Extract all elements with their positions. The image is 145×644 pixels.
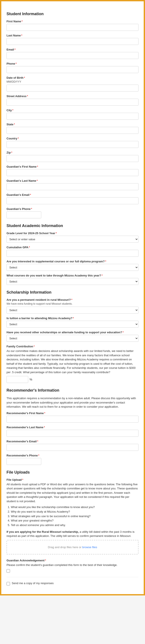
courses-field: What courses do you want to take through… (7, 274, 138, 285)
supplemental-courses-select[interactable]: Select (7, 264, 138, 271)
email-input[interactable] (7, 52, 138, 59)
dob-field: Date of Birth* MM/DD/YYY (7, 76, 138, 92)
rural-missouri-helper: We have extra funding to support rural M… (7, 302, 138, 305)
zip-field: Zip* (7, 151, 138, 162)
browse-files-link[interactable]: browse files (82, 546, 97, 549)
guardian-first-field: Guardian's First Name* (7, 165, 138, 176)
tuition-barrier-field: Is tuition a barrier to attending Mizzou… (7, 316, 138, 328)
other-scholarships-label: Have you received other scholarships or … (7, 331, 138, 334)
city-label: City* (7, 109, 138, 112)
recommender-title: Recommender's Information (7, 388, 138, 393)
email-label: Email* (7, 48, 138, 51)
upload-dropzone[interactable]: Drag and drop files here or browse files (7, 540, 138, 554)
send-copy-checkbox[interactable] (7, 582, 10, 586)
bottom-divider (7, 577, 138, 577)
scholarship-title: Scholarship Information (7, 290, 138, 295)
drag-drop-text: Drag and drop files here or (48, 546, 82, 549)
grade-level-field: Grade Level for 2024-25 School Year* Sel… (7, 232, 138, 243)
supplemental-courses-field: Are you interested in supplemental cours… (7, 260, 138, 271)
courses-select[interactable]: Select (7, 278, 138, 285)
state-label: State* (7, 123, 138, 126)
street-address-field: Street Address* (7, 94, 138, 106)
question-1: What would you like the scholarship comm… (11, 505, 138, 510)
email-field: Email* (7, 48, 138, 59)
grade-level-select[interactable]: Select or enter value (7, 236, 138, 243)
guardian-ack-checkbox-wrapper (7, 569, 138, 573)
file-uploads-title: File Uploads (7, 470, 138, 475)
courses-label: What courses do you want to take through… (7, 274, 138, 277)
rec-first-input[interactable] (7, 416, 138, 422)
rec-email-field: Recommender's Email* (7, 440, 138, 451)
family-contribution-description: As our committee makes decisions about s… (7, 349, 138, 374)
rural-missouri-label: Are you a permanent resident in rural Mi… (7, 298, 138, 302)
cumulative-gpa-label: Cumulative GPA* (7, 246, 138, 249)
country-field: Country* (7, 137, 138, 148)
rural-note: If you are applying for the Rural Missou… (7, 530, 138, 538)
country-label: Country* (7, 137, 138, 140)
family-contribution-label: Family Contribution* (7, 345, 138, 348)
other-scholarships-field: Have you received other scholarships or … (7, 331, 138, 342)
rural-missouri-select[interactable]: Select (7, 306, 138, 314)
guardian-phone-field: Guardian's Phone* (7, 207, 138, 218)
send-copy-label: Send me a copy of my responses (12, 582, 54, 585)
state-input[interactable] (7, 127, 138, 134)
guardian-first-label: Guardian's First Name* (7, 165, 138, 168)
guardian-email-field: Guardian's Email* (7, 193, 138, 204)
last-name-input[interactable] (7, 38, 138, 45)
send-copy-wrapper: Send me a copy of my responses (7, 582, 138, 586)
last-name-label: Last Name* (7, 34, 138, 37)
rec-first-label: Recommender's First Name* (7, 412, 138, 415)
question-3: What strategies will you use to be succe… (11, 514, 138, 519)
city-input[interactable] (7, 113, 138, 120)
dob-input[interactable] (7, 84, 138, 92)
guardian-email-input[interactable] (7, 197, 138, 204)
question-4: What are your greatest strengths? (11, 518, 138, 523)
rec-phone-input[interactable] (7, 458, 41, 465)
last-name-field: Last Name* (7, 34, 138, 45)
rec-phone-label: Recommender's Phone* (7, 454, 138, 457)
rec-email-label: Recommender's Email* (7, 440, 138, 443)
country-input[interactable] (7, 141, 138, 148)
tuition-barrier-select[interactable]: Select (7, 321, 138, 328)
state-field: State* (7, 123, 138, 134)
cumulative-gpa-input[interactable] (7, 250, 138, 257)
guardian-phone-input[interactable] (7, 212, 41, 218)
guardian-last-input[interactable] (7, 183, 138, 190)
street-address-input[interactable] (7, 99, 138, 106)
guardian-ack-label: Guardian Acknowledgement* (7, 559, 138, 562)
guardian-last-label: Guardian's Last Name* (7, 179, 138, 182)
percent-symbol: % (30, 378, 32, 381)
rec-last-label: Recommender's Last Name* (7, 426, 138, 429)
grade-level-label: Grade Level for 2024-25 School Year* (7, 232, 138, 235)
guardian-ack-checkbox[interactable] (7, 569, 10, 573)
guardian-ack-field: Guardian Acknowledgement* Please confirm… (7, 559, 138, 573)
phone-input[interactable] (7, 66, 138, 73)
zip-input[interactable] (7, 155, 138, 162)
rec-email-input[interactable] (7, 444, 138, 451)
other-scholarships-select[interactable]: Select (7, 335, 138, 342)
family-contribution-field: Family Contribution* As our committee ma… (7, 345, 138, 383)
rec-last-field: Recommender's Last Name* (7, 426, 138, 437)
rec-first-field: Recommender's First Name* (7, 412, 138, 422)
file-questions-list: What would you like the scholarship comm… (11, 505, 138, 528)
guardian-email-label: Guardian's Email* (7, 193, 138, 196)
guardian-last-field: Guardian's Last Name* (7, 179, 138, 190)
guardian-first-input[interactable] (7, 169, 138, 176)
rural-note-bold: If you are applying for the Rural Missou… (7, 530, 79, 534)
tuition-barrier-label: Is tuition a barrier to attending Mizzou… (7, 316, 138, 320)
rural-missouri-field: Are you a permanent resident in rural Mi… (7, 298, 138, 314)
phone-field: Phone* (7, 62, 138, 73)
phone-label: Phone* (7, 62, 138, 65)
zip-label: Zip* (7, 151, 138, 154)
file-upload-field: File Upload* All students must upload a … (7, 478, 138, 554)
question-2: Why do you want to study at Mizzou Acade… (11, 510, 138, 514)
file-upload-label: File Upload* (7, 478, 138, 481)
guardian-ack-description: Please confirm the student's guardian co… (7, 563, 138, 567)
rec-last-input[interactable] (7, 430, 138, 437)
first-name-label: First Name* (7, 20, 138, 23)
academic-info-title: Student Academic Information (7, 224, 138, 228)
question-5: Tell us about someone you admire and why… (11, 523, 138, 528)
first-name-input[interactable] (7, 24, 138, 31)
street-address-label: Street Address* (7, 94, 138, 98)
family-contribution-input[interactable] (7, 376, 28, 383)
